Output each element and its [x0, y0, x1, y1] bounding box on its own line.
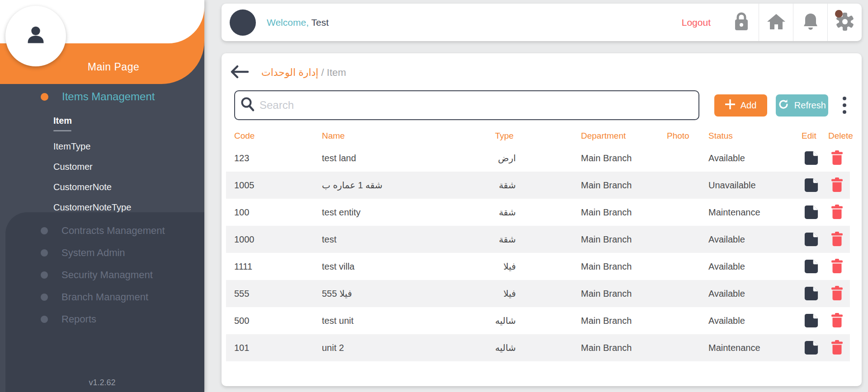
notifications-button[interactable]: [793, 4, 827, 41]
sidebar-section-system-admin[interactable]: System Admin: [5, 247, 204, 259]
lock-button[interactable]: [724, 4, 759, 41]
table-row: 1000 test شقة Main Branch Available: [226, 226, 850, 253]
sidebar-item-customer[interactable]: Customer: [53, 162, 93, 172]
add-label: Add: [741, 100, 757, 111]
trash-icon: [831, 286, 843, 302]
home-button[interactable]: [759, 4, 793, 41]
sidebar-avatar[interactable]: [5, 6, 66, 66]
edit-button[interactable]: [803, 232, 819, 247]
sidebar-title: Main Page: [66, 61, 161, 73]
table-row: 1005 شقه 1 عماره ب شقة Main Branch Unava…: [226, 172, 850, 199]
header-photo: Photo: [667, 131, 708, 141]
add-button[interactable]: Add: [714, 94, 767, 117]
trash-icon: [831, 177, 843, 193]
header-name: Name: [322, 131, 495, 141]
edit-button[interactable]: [803, 177, 819, 193]
logout-button[interactable]: Logout: [682, 17, 711, 28]
edit-document-icon: [803, 150, 819, 166]
bullet-icon: [41, 227, 48, 234]
table-row: 101 unit 2 شاليه Main Branch Maintenance: [226, 334, 850, 361]
sidebar-section-items-management[interactable]: Items Management: [0, 90, 204, 103]
header-department: Department: [516, 131, 667, 141]
edit-document-icon: [803, 286, 819, 302]
edit-button[interactable]: [803, 205, 819, 220]
user-avatar[interactable]: [230, 9, 256, 36]
sidebar-item-item[interactable]: Item: [53, 116, 72, 131]
bullet-icon: [41, 271, 48, 279]
back-button[interactable]: [230, 64, 249, 81]
edit-document-icon: [803, 340, 819, 356]
breadcrumb-separator: /: [318, 67, 326, 78]
search-input[interactable]: [259, 99, 698, 112]
settings-button[interactable]: [827, 4, 862, 41]
header-type: Type: [495, 131, 516, 141]
refresh-button[interactable]: Refresh: [776, 94, 828, 117]
edit-button[interactable]: [803, 313, 819, 329]
sidebar-item-customernote[interactable]: CustomerNote: [53, 182, 112, 192]
section-label: Contracts Management: [61, 225, 165, 237]
delete-button[interactable]: [831, 340, 843, 356]
cell-status: Available: [708, 153, 802, 163]
breadcrumb-parent[interactable]: إدارة الوحدات: [261, 67, 318, 78]
table-row: 1111 test villa فيلا Main Branch Availab…: [226, 253, 850, 280]
delete-button[interactable]: [831, 232, 843, 247]
edit-button[interactable]: [803, 340, 819, 356]
edit-button[interactable]: [803, 150, 819, 166]
sidebar-section-label: Items Management: [62, 90, 155, 103]
items-table: Code Name Type Department Photo Status E…: [226, 127, 850, 361]
trash-icon: [831, 205, 843, 220]
cell-name: test: [322, 234, 495, 245]
cell-department: Main Branch: [516, 289, 667, 299]
sidebar-item-customernotetype[interactable]: CustomerNoteType: [53, 202, 131, 213]
home-icon: [767, 13, 786, 32]
table-row: 123 test land ارض Main Branch Available: [226, 145, 850, 172]
delete-button[interactable]: [831, 313, 843, 329]
table-row: 500 test unit شاليه Main Branch Availabl…: [226, 307, 850, 334]
welcome-label: Welcome,: [267, 17, 309, 28]
delete-button[interactable]: [831, 150, 843, 166]
delete-button[interactable]: [831, 205, 843, 220]
cell-code: 123: [234, 153, 322, 163]
bullet-icon: [41, 93, 48, 101]
table-row: 100 test entity شقة Main Branch Maintena…: [226, 199, 850, 226]
cell-name: شقه 1 عماره ب: [322, 180, 495, 191]
section-label: Branch Managment: [61, 291, 148, 303]
delete-button[interactable]: [831, 259, 843, 275]
app-version: v1.2.62: [0, 378, 204, 387]
trash-icon: [831, 232, 843, 247]
more-options-button[interactable]: [840, 94, 849, 117]
sidebar-section-reports[interactable]: Reports: [5, 313, 204, 325]
welcome-text: Welcome, Test: [267, 17, 329, 28]
trash-icon: [831, 313, 843, 329]
cell-department: Main Branch: [516, 261, 667, 272]
username: Test: [311, 17, 329, 28]
header-edit: Edit: [802, 131, 828, 141]
header-code: Code: [234, 131, 322, 141]
bullet-icon: [41, 249, 48, 257]
cell-code: 100: [234, 207, 322, 218]
search-icon: [241, 97, 255, 114]
edit-button[interactable]: [803, 259, 819, 275]
cell-status: Available: [708, 316, 802, 326]
person-icon: [22, 21, 50, 51]
bell-icon: [802, 13, 819, 33]
sidebar-item-itemtype[interactable]: ItemType: [53, 141, 90, 152]
header-delete: Delete: [828, 131, 850, 141]
cell-name: unit 2: [322, 343, 495, 353]
cell-type: شقة: [495, 234, 516, 245]
trash-icon: [831, 340, 843, 356]
lock-icon: [733, 12, 750, 33]
delete-button[interactable]: [831, 286, 843, 302]
delete-button[interactable]: [831, 177, 843, 193]
cell-status: Available: [708, 234, 802, 245]
cell-type: فيلا: [495, 288, 516, 299]
sidebar-lower-panel: Contracts Management System Admin Securi…: [5, 212, 204, 392]
cell-type: شاليه: [495, 342, 516, 353]
sidebar-section-contracts-management[interactable]: Contracts Management: [5, 225, 204, 237]
edit-document-icon: [803, 259, 819, 275]
sidebar-section-security-managment[interactable]: Security Managment: [5, 269, 204, 281]
edit-button[interactable]: [803, 286, 819, 302]
sidebar-section-branch-managment[interactable]: Branch Managment: [5, 291, 204, 303]
cell-name: test villa: [322, 261, 495, 272]
cell-name: test entity: [322, 207, 495, 218]
